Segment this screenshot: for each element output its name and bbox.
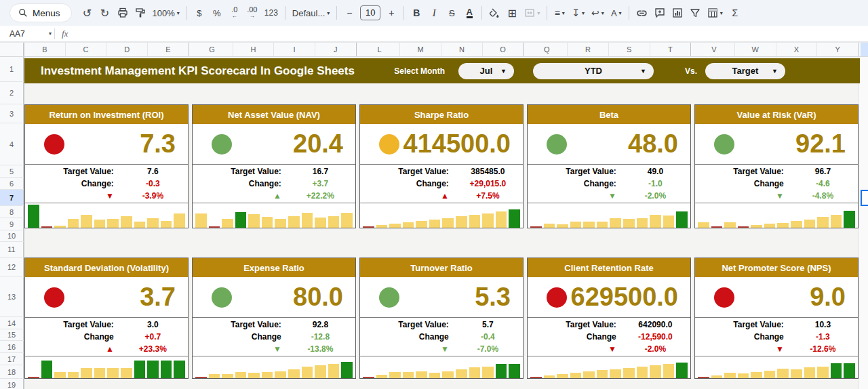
column-header[interactable]: I xyxy=(274,43,315,56)
row-header[interactable]: 1 xyxy=(0,57,24,82)
column-header[interactable]: D xyxy=(106,43,148,56)
column-header[interactable]: L xyxy=(359,43,401,56)
column-header[interactable]: H xyxy=(233,43,275,56)
functions-button[interactable]: Σ xyxy=(726,4,744,22)
undo-button[interactable]: ↺ xyxy=(79,4,96,22)
column-group: GHIJ xyxy=(192,43,357,56)
link-icon xyxy=(636,7,648,19)
kpi-card: Net Promoter Score (NPS) 9.0 Target Valu… xyxy=(694,258,859,379)
decrease-decimal-button[interactable]: .0← xyxy=(226,4,243,22)
row-header[interactable]: 9 xyxy=(0,218,24,230)
trend-line: ▼ -4.8% xyxy=(695,190,858,202)
spark-bar xyxy=(315,365,326,378)
horizontal-align-button[interactable]: ≡ ▾ xyxy=(551,4,568,22)
increase-font-size-button[interactable]: + xyxy=(382,4,400,22)
increase-decimal-button[interactable]: .00→ xyxy=(243,4,261,22)
spark-bar xyxy=(831,363,842,378)
row-header[interactable]: 10 xyxy=(0,230,24,242)
row-header[interactable]: 4 xyxy=(0,123,24,165)
row-header[interactable]: 2 xyxy=(0,82,24,104)
target-line: Target Value: 49.0 xyxy=(528,166,690,178)
column-header[interactable]: G xyxy=(192,43,233,56)
decrease-font-size-button[interactable]: − xyxy=(340,4,358,22)
name-box[interactable]: AA7 ▾ xyxy=(0,29,52,39)
insert-comment-button[interactable] xyxy=(651,4,669,22)
column-header[interactable]: O xyxy=(483,43,524,56)
font-size-input[interactable]: 10 xyxy=(360,5,380,20)
spark-bar xyxy=(94,368,106,378)
vertical-align-button[interactable]: ↧ ▾ xyxy=(568,4,588,22)
text-wrap-button[interactable]: ↩ ▾ xyxy=(588,4,608,22)
row-header[interactable]: 11 xyxy=(0,242,24,258)
target-label: Target Value: xyxy=(193,320,285,329)
font-select[interactable]: Defaul... ▾ xyxy=(289,4,333,22)
redo-button[interactable]: ↻ xyxy=(96,4,114,22)
column-header[interactable]: N xyxy=(441,43,483,56)
row-header[interactable]: 13 xyxy=(0,277,24,317)
column-header[interactable]: J xyxy=(315,43,356,56)
paint-format-button[interactable] xyxy=(132,4,149,22)
change-value: -0.4 xyxy=(453,332,523,342)
target-line: Target Value: 5.7 xyxy=(360,319,523,331)
format-percent-button[interactable]: % xyxy=(208,4,226,22)
table-views-button[interactable]: ▾ xyxy=(704,4,726,22)
spark-bar xyxy=(389,224,401,228)
compare-dropdown[interactable]: Target ▼ xyxy=(705,63,785,79)
column-header[interactable]: W xyxy=(735,43,776,56)
target-value: 16.7 xyxy=(285,167,355,176)
insert-chart-button[interactable] xyxy=(669,4,686,22)
print-button[interactable] xyxy=(114,4,132,22)
row-header[interactable]: 12 xyxy=(0,258,24,277)
menus-button[interactable]: Menus xyxy=(9,3,72,22)
column-header[interactable]: Y xyxy=(817,43,858,56)
format-currency-button[interactable]: $ xyxy=(191,4,208,22)
insert-link-button[interactable] xyxy=(633,4,651,22)
row-header[interactable]: 16 xyxy=(0,341,24,353)
column-header[interactable]: Q xyxy=(526,43,568,56)
column-header[interactable]: C xyxy=(66,43,107,56)
column-header[interactable]: S xyxy=(609,43,650,56)
kpi-value-section: 414500.0 xyxy=(360,124,523,165)
row-header[interactable]: 14 xyxy=(0,317,24,329)
strikethrough-button[interactable]: S xyxy=(443,4,460,22)
row-header[interactable]: 6 xyxy=(0,178,24,190)
row-header[interactable]: 19 xyxy=(0,379,24,389)
merge-cells-button[interactable]: ▾ xyxy=(521,4,543,22)
spark-bar xyxy=(557,224,568,228)
column-header[interactable]: R xyxy=(568,43,609,56)
column-header[interactable]: V xyxy=(694,43,735,56)
month-dropdown[interactable]: Jul ▼ xyxy=(458,63,514,79)
row-header[interactable]: 7 xyxy=(0,190,24,206)
status-indicator-dot xyxy=(714,134,734,155)
text-color-button[interactable]: A xyxy=(460,4,478,22)
select-all-corner[interactable] xyxy=(0,43,24,56)
create-filter-button[interactable] xyxy=(686,4,704,22)
period-dropdown[interactable]: YTD ▼ xyxy=(533,63,654,79)
row-header[interactable]: 18 xyxy=(0,365,24,379)
column-header[interactable]: T xyxy=(650,43,691,56)
column-header-aa-selected[interactable] xyxy=(861,43,868,56)
spark-bar xyxy=(275,371,286,378)
row-header[interactable]: 3 xyxy=(0,104,24,123)
column-header[interactable]: E xyxy=(148,43,189,56)
fill-color-button[interactable] xyxy=(486,4,503,22)
italic-button[interactable]: I xyxy=(425,4,443,22)
chevron-down-icon: ▾ xyxy=(720,10,723,16)
trend-line: ▼ -13.8% xyxy=(193,344,355,355)
zoom-select[interactable]: 100% ▾ xyxy=(149,4,183,22)
bold-button[interactable]: B xyxy=(408,4,425,22)
target-value: 3.0 xyxy=(118,320,188,329)
borders-button[interactable]: ⊞ xyxy=(503,4,521,22)
row-header[interactable]: 5 xyxy=(0,165,24,178)
column-header[interactable]: M xyxy=(400,43,441,56)
target-label: Target Value: xyxy=(193,167,285,176)
kpi-sparkline-chart xyxy=(193,356,355,378)
row-header[interactable]: 8 xyxy=(0,206,24,218)
row-header[interactable]: 15 xyxy=(0,329,24,341)
column-header[interactable]: X xyxy=(776,43,818,56)
spark-bar xyxy=(54,372,66,378)
number-format-button[interactable]: 123 xyxy=(261,4,281,22)
column-header[interactable]: B xyxy=(24,43,66,56)
text-rotation-button[interactable]: A ▾ xyxy=(608,4,625,22)
row-header[interactable]: 17 xyxy=(0,353,24,365)
